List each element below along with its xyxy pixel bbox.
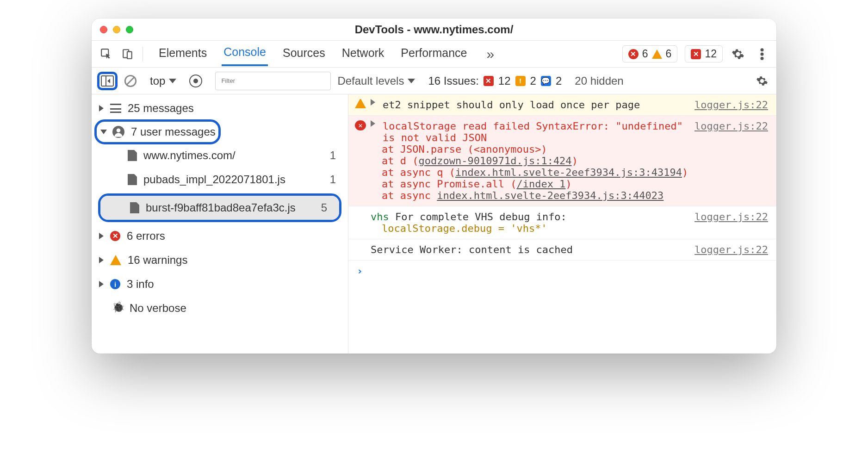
window-controls bbox=[100, 26, 133, 33]
log-level-selector[interactable]: Default levels bbox=[337, 75, 415, 87]
sidebar-warnings[interactable]: 16 warnings bbox=[92, 248, 348, 272]
stack-link[interactable]: index.html.svelte-2eef3934.js:3:44023 bbox=[437, 190, 663, 201]
chevron-down-icon bbox=[169, 79, 176, 83]
console-body: 25 messages 7 user messages www.nytimes.… bbox=[92, 94, 776, 354]
log-message: vhs For complete VHS debug info: bbox=[371, 211, 567, 223]
stack-line: at async Promise.all (/index 1) bbox=[355, 178, 768, 190]
stack-link[interactable]: godzown-9010971d.js:1:424 bbox=[418, 155, 571, 167]
log-source-link[interactable]: logger.js:22 bbox=[694, 120, 768, 132]
error-icon: ✕ bbox=[110, 231, 120, 241]
issues-error-icon: ✕ bbox=[484, 76, 494, 86]
issues-label: 16 Issues: bbox=[428, 75, 478, 87]
log-entry-info[interactable]: vhs For complete VHS debug info: logger.… bbox=[348, 206, 776, 239]
sidebar-all-messages[interactable]: 25 messages bbox=[92, 96, 348, 120]
error-icon: ✕ bbox=[628, 49, 639, 59]
issues-counter[interactable]: 16 Issues: ✕ 12 ! 2 💬 2 bbox=[428, 75, 562, 87]
user-icon bbox=[112, 126, 124, 138]
extension-error-counter[interactable]: ✕ 12 bbox=[685, 45, 723, 62]
expand-arrow-icon[interactable] bbox=[99, 233, 104, 239]
console-prompt[interactable]: › bbox=[348, 261, 776, 281]
sidebar-file-item[interactable]: pubads_impl_2022071801.js 1 bbox=[92, 168, 348, 192]
stack-link[interactable]: /index 1 bbox=[516, 178, 565, 190]
tab-performance[interactable]: Performance bbox=[399, 43, 469, 65]
log-source-link[interactable]: logger.js:22 bbox=[694, 99, 768, 111]
user-messages-label: 7 user messages bbox=[131, 125, 216, 138]
error-warning-counter[interactable]: ✕ 6 6 bbox=[622, 45, 678, 62]
sidebar-verbose[interactable]: No verbose bbox=[92, 296, 348, 320]
toggle-sidebar-button[interactable] bbox=[97, 72, 118, 90]
stack-link[interactable]: index.html.svelte-2eef3934.js:3:43194 bbox=[455, 167, 682, 178]
svg-point-3 bbox=[761, 48, 764, 51]
log-source-link[interactable]: logger.js:22 bbox=[694, 244, 768, 255]
sidebar-info[interactable]: i 3 info bbox=[92, 272, 348, 296]
extension-error-icon: ✕ bbox=[691, 49, 701, 59]
list-icon bbox=[110, 104, 121, 113]
console-settings-gear-icon[interactable] bbox=[753, 72, 771, 90]
expand-arrow-icon[interactable] bbox=[371, 120, 375, 127]
log-entry-error[interactable]: ✕ localStorage read failed SyntaxError: … bbox=[348, 116, 776, 206]
warning-icon bbox=[355, 99, 366, 108]
file-name: burst-f9baff81bad8ea7efa3c.js bbox=[146, 201, 296, 214]
live-expression-icon[interactable] bbox=[189, 75, 202, 87]
close-window-button[interactable] bbox=[100, 26, 107, 33]
warning-icon bbox=[110, 255, 121, 265]
sidebar-file-item-selected[interactable]: burst-f9baff81bad8ea7efa3c.js 5 bbox=[100, 196, 339, 220]
issues-info-count: 2 bbox=[556, 75, 562, 87]
warning-icon bbox=[652, 50, 662, 59]
error-icon: ✕ bbox=[355, 120, 366, 130]
issues-warning-count: 2 bbox=[530, 75, 536, 87]
log-source-link[interactable]: logger.js:22 bbox=[694, 211, 768, 223]
expand-arrow-icon[interactable] bbox=[99, 105, 104, 112]
file-count: 1 bbox=[330, 173, 336, 186]
panel-tabs: Elements Console Sources Network Perform… bbox=[92, 41, 776, 68]
tab-list: Elements Console Sources Network Perform… bbox=[157, 42, 499, 66]
log-entry-info[interactable]: Service Worker: content is cached logger… bbox=[348, 239, 776, 261]
sidebar-file-item[interactable]: www.nytimes.com/ 1 bbox=[92, 143, 348, 168]
error-count: 6 bbox=[642, 48, 648, 60]
window-title: DevTools - www.nytimes.com/ bbox=[92, 23, 776, 36]
inspect-element-icon[interactable] bbox=[97, 45, 116, 63]
expand-arrow-icon[interactable] bbox=[99, 257, 104, 263]
log-message: et2 snippet should only load once per pa… bbox=[383, 99, 640, 111]
tab-console[interactable]: Console bbox=[222, 42, 268, 66]
tab-network[interactable]: Network bbox=[340, 43, 386, 65]
sidebar-errors[interactable]: ✕ 6 errors bbox=[92, 224, 348, 248]
log-message: localStorage read failed SyntaxError: "u… bbox=[383, 120, 683, 143]
minimize-window-button[interactable] bbox=[113, 26, 120, 33]
svg-point-11 bbox=[117, 128, 121, 132]
verbose-label: No verbose bbox=[130, 302, 186, 315]
log-code: localStorage.debug = 'vhs*' bbox=[355, 223, 768, 234]
settings-gear-icon[interactable] bbox=[729, 45, 747, 63]
more-options-icon[interactable] bbox=[753, 45, 771, 63]
info-label: 3 info bbox=[127, 278, 154, 291]
collapse-arrow-icon[interactable] bbox=[100, 130, 107, 134]
devtools-window: DevTools - www.nytimes.com/ Elements Con… bbox=[92, 19, 776, 354]
svg-line-9 bbox=[127, 77, 134, 84]
file-count: 5 bbox=[321, 201, 327, 214]
log-entry-warning[interactable]: et2 snippet should only load once per pa… bbox=[348, 94, 776, 116]
errors-label: 6 errors bbox=[127, 230, 165, 242]
console-toolbar: top Default levels 16 Issues: ✕ 12 ! 2 💬… bbox=[92, 68, 776, 94]
context-selector[interactable]: top bbox=[150, 75, 176, 87]
tab-elements[interactable]: Elements bbox=[157, 43, 209, 65]
hidden-count[interactable]: 20 hidden bbox=[575, 75, 623, 87]
file-icon bbox=[128, 150, 137, 161]
clear-console-icon[interactable] bbox=[124, 75, 137, 87]
tab-sources[interactable]: Sources bbox=[281, 43, 327, 65]
separator bbox=[143, 47, 143, 62]
sidebar-user-messages[interactable]: 7 user messages bbox=[99, 122, 216, 142]
stack-line: at async index.html.svelte-2eef3934.js:3… bbox=[355, 190, 768, 201]
device-toolbar-icon[interactable] bbox=[118, 45, 137, 63]
expand-arrow-icon[interactable] bbox=[371, 99, 375, 106]
more-tabs-button[interactable]: » bbox=[482, 46, 499, 62]
selected-file-highlight: burst-f9baff81bad8ea7efa3c.js 5 bbox=[98, 193, 341, 222]
issues-error-count: 12 bbox=[498, 75, 511, 87]
file-name: www.nytimes.com/ bbox=[143, 149, 236, 162]
issues-info-icon: 💬 bbox=[541, 76, 551, 86]
info-icon: i bbox=[110, 279, 120, 289]
zoom-window-button[interactable] bbox=[126, 26, 133, 33]
svg-point-5 bbox=[761, 56, 764, 60]
log-tag: vhs bbox=[371, 211, 389, 223]
filter-input[interactable] bbox=[215, 72, 331, 90]
expand-arrow-icon[interactable] bbox=[99, 281, 104, 287]
